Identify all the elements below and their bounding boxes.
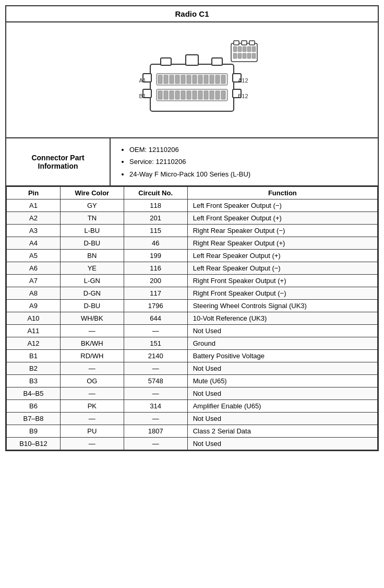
cell-circuit-no: —: [124, 362, 187, 375]
cell-pin: A11: [7, 325, 61, 337]
cell-pin: B3: [7, 375, 61, 387]
connector-info-row: Connector Part Information OEM: 12110206…: [6, 138, 378, 186]
cell-circuit-no: 200: [124, 275, 187, 287]
cell-pin: A10: [7, 312, 61, 325]
cell-wire-color: PK: [60, 400, 124, 413]
cell-wire-color: YE: [60, 262, 124, 275]
cell-wire-color: PU: [60, 425, 124, 438]
svg-rect-43: [238, 46, 242, 52]
cell-circuit-no: 314: [124, 400, 187, 413]
cell-function: Amplifier Enable (U65): [187, 400, 377, 413]
svg-rect-49: [243, 53, 246, 58]
cell-wire-color: D-BU: [60, 237, 124, 250]
cell-wire-color: L-BU: [60, 225, 124, 237]
svg-rect-27: [164, 91, 168, 99]
cell-circuit-no: —: [124, 438, 187, 450]
svg-rect-20: [210, 75, 214, 84]
table-row: A8D-GN117Right Front Speaker Output (−): [7, 287, 378, 300]
cell-circuit-no: 46: [124, 237, 187, 250]
cell-function: Right Front Speaker Output (+): [187, 275, 377, 287]
table-row: A6YE116Left Rear Speaker Output (−): [7, 262, 378, 275]
svg-rect-2: [186, 55, 198, 65]
cell-circuit-no: 5748: [124, 375, 187, 387]
svg-text:B1: B1: [139, 93, 146, 99]
svg-rect-28: [170, 91, 174, 99]
cell-pin: A5: [7, 250, 61, 262]
svg-rect-21: [215, 75, 220, 84]
svg-rect-3: [212, 58, 222, 65]
cell-wire-color: D-BU: [60, 300, 124, 312]
table-row: A11——Not Used: [7, 325, 378, 337]
svg-rect-16: [187, 75, 191, 84]
cell-function: Left Front Speaker Output (−): [187, 199, 377, 212]
table-row: A10WH/BK64410-Volt Reference (UK3): [7, 312, 378, 325]
table-row: A12BK/WH151Ground: [7, 337, 378, 350]
connector-diagram: A1 A12 B1 B12: [6, 22, 378, 138]
cell-function: Not Used: [187, 438, 377, 450]
table-row: A7L-GN200Right Front Speaker Output (+): [7, 275, 378, 287]
cell-function: Not Used: [187, 362, 377, 375]
cell-wire-color: BN: [60, 250, 124, 262]
svg-rect-41: [249, 41, 255, 45]
cell-circuit-no: —: [124, 387, 187, 400]
svg-rect-51: [252, 53, 256, 58]
cell-function: Not Used: [187, 413, 377, 425]
cell-pin: B2: [7, 362, 61, 375]
svg-text:B12: B12: [238, 93, 248, 99]
cell-pin: B9: [7, 425, 61, 438]
cell-circuit-no: 117: [124, 287, 187, 300]
svg-rect-47: [233, 53, 237, 58]
cell-circuit-no: 116: [124, 262, 187, 275]
cell-pin: A7: [7, 275, 61, 287]
svg-rect-22: [221, 75, 225, 84]
svg-rect-1: [161, 58, 171, 65]
svg-text:A12: A12: [238, 77, 248, 84]
table-row: B6PK314Amplifier Enable (U65): [7, 400, 378, 413]
svg-rect-33: [198, 91, 202, 99]
table-row: B9PU1807Class 2 Serial Data: [7, 425, 378, 438]
svg-rect-14: [175, 75, 179, 84]
cell-function: Left Front Speaker Output (+): [187, 212, 377, 225]
table-row: B2——Not Used: [7, 362, 378, 375]
table-row: B3OG5748Mute (U65): [7, 375, 378, 387]
svg-rect-38: [231, 43, 257, 62]
cell-circuit-no: —: [124, 413, 187, 425]
cell-wire-color: —: [60, 362, 124, 375]
col-header-wire: Wire Color: [60, 187, 124, 199]
main-container: Radio C1 A1 A12: [5, 5, 379, 451]
page-title: Radio C1: [6, 6, 378, 22]
cell-wire-color: OG: [60, 375, 124, 387]
cell-function: Left Rear Speaker Output (−): [187, 262, 377, 275]
connector-detail-item: 24-Way F Micro-Pack 100 Series (L-BU): [129, 168, 369, 180]
svg-rect-18: [198, 75, 202, 84]
pin-table: Pin Wire Color Circuit No. Function A1GY…: [6, 186, 378, 450]
cell-wire-color: WH/BK: [60, 312, 124, 325]
cell-pin: B10–B12: [7, 438, 61, 450]
col-header-pin: Pin: [7, 187, 61, 199]
svg-rect-32: [193, 91, 197, 99]
connector-detail-item: OEM: 12110206: [129, 144, 369, 156]
cell-pin: A3: [7, 225, 61, 237]
cell-circuit-no: 118: [124, 199, 187, 212]
cell-pin: A2: [7, 212, 61, 225]
table-row: A1GY118Left Front Speaker Output (−): [7, 199, 378, 212]
table-row: B1RD/WH2140Battery Positive Voltage: [7, 350, 378, 362]
table-row: B7–B8——Not Used: [7, 413, 378, 425]
cell-function: Right Front Speaker Output (−): [187, 287, 377, 300]
cell-function: Ground: [187, 337, 377, 350]
svg-rect-19: [204, 75, 208, 84]
svg-rect-13: [170, 75, 174, 84]
svg-rect-12: [164, 75, 168, 84]
col-header-function: Function: [187, 187, 377, 199]
cell-function: Not Used: [187, 325, 377, 337]
cell-function: Right Rear Speaker Output (+): [187, 237, 377, 250]
cell-pin: A1: [7, 199, 61, 212]
table-row: B4–B5——Not Used: [7, 387, 378, 400]
table-row: A5BN199Left Rear Speaker Output (+): [7, 250, 378, 262]
cell-wire-color: GY: [60, 199, 124, 212]
cell-pin: A4: [7, 237, 61, 250]
cell-pin: B6: [7, 400, 61, 413]
cell-circuit-no: 644: [124, 312, 187, 325]
svg-rect-40: [242, 41, 247, 45]
svg-rect-48: [238, 53, 242, 58]
